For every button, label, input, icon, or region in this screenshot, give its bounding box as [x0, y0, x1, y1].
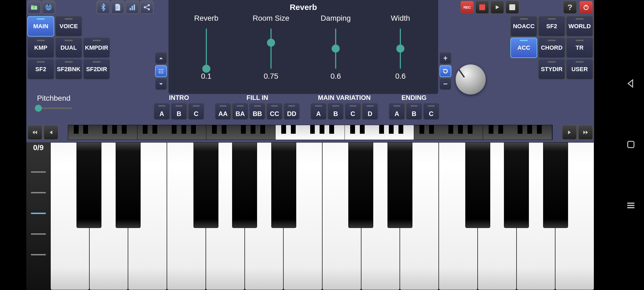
reverb-slider-damping: Damping 0.6 — [312, 14, 360, 81]
grid-button[interactable] — [155, 65, 167, 77]
equalizer-icon[interactable] — [126, 1, 139, 14]
octave-next-button[interactable] — [562, 125, 577, 140]
record-button[interactable]: REC — [460, 1, 474, 14]
section-button-c[interactable]: C — [188, 103, 204, 120]
minimap-octave[interactable] — [483, 125, 552, 140]
right-tab-tr[interactable]: TR — [566, 38, 593, 58]
stop-record-button[interactable] — [475, 1, 489, 14]
music-file-icon[interactable] — [111, 1, 125, 14]
svg-point-15 — [159, 71, 160, 72]
section-title: INTRO — [169, 94, 189, 102]
velocity-bar[interactable]: 0/9 — [26, 142, 50, 290]
system-recent-button[interactable] — [625, 139, 636, 151]
slider-track[interactable] — [270, 28, 272, 69]
slider-track[interactable] — [400, 28, 401, 69]
section-button-dd[interactable]: DD — [284, 103, 300, 120]
slider-label: Width — [391, 14, 410, 23]
minimap-nav-right — [562, 125, 593, 140]
section-button-bb[interactable]: BB — [249, 103, 265, 120]
right-tab-user[interactable]: USER — [566, 59, 593, 79]
octave-prev-button[interactable] — [43, 125, 58, 140]
right-tab-chord[interactable]: CHORD — [538, 38, 565, 58]
play-button[interactable] — [490, 1, 504, 14]
left-tab-main[interactable]: MAIN — [27, 16, 54, 37]
page-down-button[interactable] — [155, 78, 167, 90]
black-key[interactable] — [116, 142, 141, 228]
octave-last-button[interactable] — [578, 125, 593, 140]
pitchbend-label: Pitchbend — [37, 94, 72, 103]
svg-point-19 — [160, 73, 162, 74]
system-nav-bar — [618, 0, 644, 290]
left-tab-dual[interactable]: DUAL — [55, 38, 82, 58]
left-tab-sf2dir[interactable]: SF2DIR — [83, 59, 110, 79]
black-key[interactable] — [543, 142, 568, 228]
minimap-octave[interactable] — [276, 125, 345, 140]
slider-thumb[interactable] — [396, 45, 404, 53]
section-button-a[interactable]: A — [389, 103, 405, 120]
globe-icon[interactable] — [42, 1, 55, 14]
svg-rect-21 — [628, 141, 634, 147]
section-fill-in: FILL INAABABBCCDD — [215, 94, 300, 120]
slider-thumb[interactable] — [267, 39, 275, 47]
reverb-slider-width: Width 0.6 — [376, 14, 425, 81]
help-button[interactable]: ? — [563, 1, 577, 14]
keyboard-minimap[interactable] — [68, 125, 552, 140]
page-up-button[interactable] — [155, 52, 167, 64]
reset-button[interactable] — [440, 65, 451, 77]
system-back-button[interactable] — [625, 78, 636, 90]
left-tab-voice[interactable]: VOICE — [55, 16, 82, 37]
right-tab-noacc[interactable]: NOACC — [510, 16, 537, 37]
system-menu-button[interactable] — [625, 200, 636, 212]
section-button-cc[interactable]: CC — [266, 103, 283, 120]
black-key[interactable] — [76, 142, 101, 228]
minimap-octave[interactable] — [68, 125, 137, 140]
svg-rect-2 — [130, 8, 131, 10]
reverb-panel: Reverb Reverb 0.1 Room Size 0.75 Damping… — [169, 0, 438, 94]
minimap-octave[interactable] — [414, 125, 483, 140]
section-button-b[interactable]: B — [406, 103, 422, 120]
octave-first-button[interactable] — [27, 125, 42, 140]
folder-icon[interactable] — [27, 1, 41, 14]
section-button-b[interactable]: B — [328, 103, 344, 120]
plus-button[interactable]: + — [440, 52, 451, 64]
pitchbend-thumb[interactable] — [35, 105, 42, 112]
section-button-c[interactable]: C — [423, 103, 439, 120]
minimap-octave[interactable] — [137, 125, 207, 140]
stop-button[interactable] — [505, 1, 519, 14]
black-key[interactable] — [465, 142, 490, 228]
left-tab-sf2[interactable]: SF2 — [27, 59, 54, 79]
pitchbend-slider[interactable] — [37, 107, 72, 109]
slider-thumb[interactable] — [202, 65, 210, 73]
black-key[interactable] — [232, 142, 257, 228]
slider-value: 0.1 — [201, 72, 211, 81]
minimap-octave[interactable] — [206, 125, 276, 140]
black-key[interactable] — [348, 142, 373, 228]
right-tab-world[interactable]: WORLD — [566, 16, 593, 37]
slider-thumb[interactable] — [332, 45, 340, 53]
section-button-a[interactable]: A — [154, 103, 170, 120]
section-button-c[interactable]: C — [345, 103, 361, 120]
section-button-aa[interactable]: AA — [215, 103, 231, 120]
slider-track[interactable] — [206, 28, 207, 69]
left-tab-kmp[interactable]: KMP — [27, 38, 54, 58]
right-tab-acc[interactable]: ACC — [510, 38, 537, 58]
share-icon[interactable] — [140, 1, 153, 14]
section-button-d[interactable]: D — [362, 103, 378, 120]
section-button-ba[interactable]: BA — [232, 103, 248, 120]
slider-track[interactable] — [335, 28, 336, 69]
left-tab-sf2bnk[interactable]: SF2BNK — [55, 59, 82, 79]
right-tab-stydir[interactable]: STYDIR — [538, 59, 565, 79]
section-button-a[interactable]: A — [310, 103, 327, 120]
black-key[interactable] — [387, 142, 412, 228]
black-key[interactable] — [193, 142, 218, 228]
power-button[interactable] — [579, 1, 593, 14]
rotary-knob[interactable] — [456, 64, 486, 95]
section-button-b[interactable]: B — [171, 103, 187, 120]
bluetooth-icon[interactable] — [97, 1, 110, 14]
minimap-octave[interactable] — [345, 125, 414, 140]
right-tab-sf2[interactable]: SF2 — [538, 16, 565, 37]
minus-button[interactable]: − — [440, 78, 451, 90]
black-key[interactable] — [504, 142, 529, 228]
left-tab-kmpdir[interactable]: KMPDIR — [83, 38, 110, 58]
black-key[interactable] — [271, 142, 296, 228]
